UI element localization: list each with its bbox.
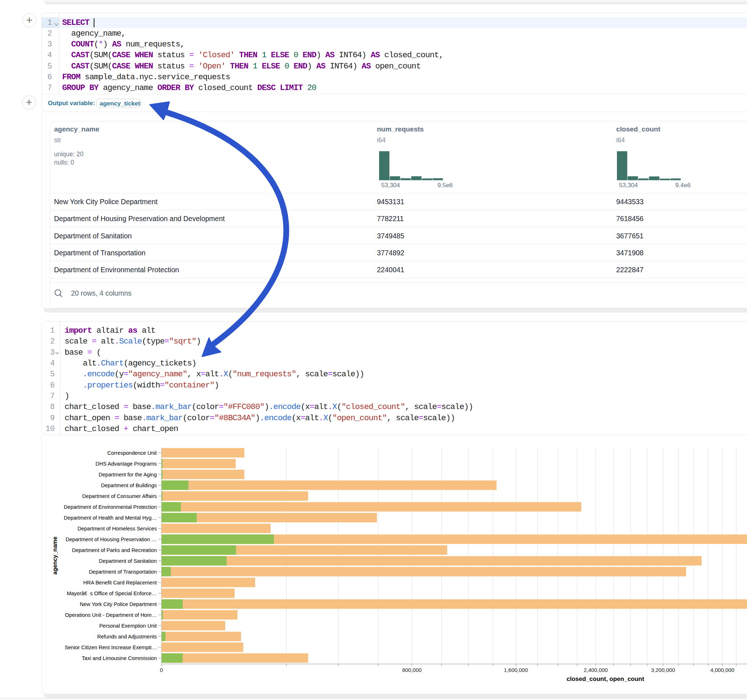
svg-text:0: 0: [160, 667, 163, 673]
svg-text:Department of Homeless Service: Department of Homeless Services: [77, 526, 157, 531]
svg-text:Department of Environmental Pr: Department of Environmental Protection: [64, 504, 157, 510]
svg-text:closed_count, open_count: closed_count, open_count: [567, 676, 644, 682]
svg-text:Refunds and Adjustments: Refunds and Adjustments: [97, 634, 157, 640]
svg-text:Department of Consumer Affairs: Department of Consumer Affairs: [82, 493, 157, 499]
svg-text:Personal Exemption Unit: Personal Exemption Unit: [99, 623, 157, 629]
svg-text:Mayorâ€ s Office of Special E: Mayorâ€ s Office of Special Enforce…: [67, 591, 157, 596]
svg-text:Department of Health and Menta: Department of Health and Mental Hyg…: [64, 515, 157, 520]
svg-text:1,600,000: 1,600,000: [504, 667, 528, 673]
svg-text:Correspondence Unit: Correspondence Unit: [107, 450, 157, 456]
svg-text:3,200,000: 3,200,000: [651, 667, 675, 673]
svg-text:800,000: 800,000: [402, 667, 422, 673]
svg-text:agency_name: agency_name: [52, 537, 58, 575]
svg-text:Senior Citizen Rent Increase E: Senior Citizen Rent Increase Exempti…: [65, 644, 157, 650]
svg-text:Department of Housing Preserva: Department of Housing Preservation …: [66, 537, 157, 542]
svg-text:Department of Transportation: Department of Transportation: [89, 569, 157, 575]
svg-text:Department for the Aging: Department for the Aging: [99, 472, 157, 477]
svg-text:Taxi and Limousine Commission: Taxi and Limousine Commission: [82, 655, 157, 661]
svg-text:Department of Parks and Recrea: Department of Parks and Recreation: [72, 547, 157, 553]
svg-text:4,000,000: 4,000,000: [710, 667, 734, 673]
svg-text:Department of Buildings: Department of Buildings: [101, 483, 157, 488]
svg-text:Operations Unit - Department o: Operations Unit - Department of Hom…: [65, 612, 157, 618]
svg-text:DHS Advantage Programs: DHS Advantage Programs: [95, 461, 157, 467]
svg-text:HRA Benefit Card Replacement: HRA Benefit Card Replacement: [83, 580, 157, 585]
svg-text:2,400,000: 2,400,000: [584, 667, 608, 673]
svg-text:New York City Police Departmen: New York City Police Department: [80, 601, 157, 607]
svg-text:Department of Sanitation: Department of Sanitation: [99, 558, 157, 564]
